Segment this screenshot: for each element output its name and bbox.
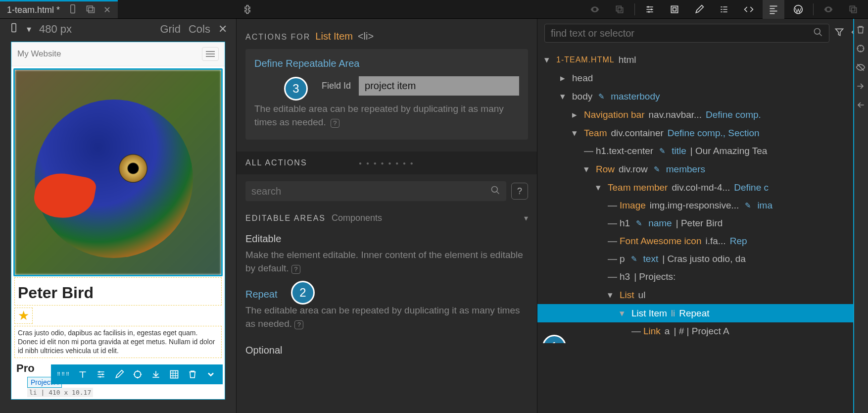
device-chevron-icon[interactable]: ▾ xyxy=(27,24,31,35)
svg-point-21 xyxy=(815,29,820,35)
eye-off-icon[interactable] xyxy=(856,62,867,73)
svg-point-20 xyxy=(492,187,498,193)
svg-rect-4 xyxy=(618,7,623,12)
action-repeat[interactable]: 2 Repeat The editable area can be repeat… xyxy=(237,284,537,339)
chevron-down-icon[interactable]: ▾ xyxy=(524,213,528,223)
grip-icon[interactable]: ⠿⠿⠿ xyxy=(57,371,70,377)
preview-panel: ▾ 480 px Grid Cols ✕ My Website Peter Bi… xyxy=(0,19,237,413)
target-icon[interactable] xyxy=(856,44,867,54)
site-title: My Website xyxy=(17,49,61,59)
close-tab-icon[interactable]: ✕ xyxy=(103,4,111,15)
trash-tool-icon[interactable] xyxy=(186,367,198,382)
target-tool-icon[interactable] xyxy=(131,367,144,382)
cols-toggle[interactable]: Cols xyxy=(189,23,210,36)
trash-icon[interactable] xyxy=(856,25,867,36)
more-tool-icon[interactable] xyxy=(204,367,217,382)
arrow-left-icon[interactable] xyxy=(856,100,867,111)
tree-row[interactable]: —Font Awesome icon i.fa... Rep xyxy=(537,232,868,250)
file-tab-name: 1-team.html * xyxy=(7,5,60,15)
sliders-tool-icon[interactable] xyxy=(95,367,107,382)
code-icon[interactable] xyxy=(738,0,760,19)
search-icon[interactable] xyxy=(813,27,823,39)
svg-rect-18 xyxy=(152,377,159,378)
svg-rect-0 xyxy=(71,4,75,13)
text-tool-icon[interactable] xyxy=(76,367,89,382)
top-bar: 1-team.html * ✕ xyxy=(0,0,868,19)
help-icon[interactable]: ? xyxy=(331,119,339,128)
all-actions-header[interactable]: ALL ACTIONS ● ● ● ● ● ● ● ● xyxy=(237,152,537,174)
editable-areas-group[interactable]: EDITABLE AREAS Components ▾ xyxy=(237,208,537,228)
actions-search-input[interactable] xyxy=(251,186,490,197)
repeatable-title[interactable]: Define Repeatable Area xyxy=(254,58,519,69)
top-toolbar xyxy=(584,0,868,18)
arrow-right-icon[interactable] xyxy=(856,81,867,92)
tree-row[interactable]: ▾Row div.row✎ members xyxy=(537,160,868,178)
tree-root[interactable]: ▾ 1-TEAM.HTML html xyxy=(537,51,868,69)
search-icon[interactable] xyxy=(490,185,500,197)
tree-side-toolbar xyxy=(853,19,868,413)
actions-search[interactable] xyxy=(245,181,506,201)
field-id-input[interactable] xyxy=(359,76,519,96)
tree-row[interactable]: ▾List Item li Repeat xyxy=(537,304,868,322)
tree-row[interactable]: —h3 | Projects: xyxy=(537,268,868,286)
window-icon[interactable] xyxy=(86,4,96,16)
svg-rect-11 xyxy=(850,6,855,11)
help-button[interactable]: ? xyxy=(511,183,528,200)
person-bio[interactable]: Cras justo odio, dapibus ac facilisis in… xyxy=(14,326,222,358)
phone-icon[interactable] xyxy=(9,23,19,36)
plugin-icon[interactable] xyxy=(237,0,258,18)
field-id-label: Field Id xyxy=(322,81,351,91)
help-icon[interactable]: ? xyxy=(291,265,300,274)
list-icon[interactable] xyxy=(713,0,735,19)
svg-rect-19 xyxy=(170,370,178,378)
copy-icon[interactable] xyxy=(609,0,630,19)
insert-tool-icon[interactable] xyxy=(149,367,162,382)
tree-row[interactable]: ▾Team div.container Define comp., Sectio… xyxy=(537,124,868,142)
file-tab[interactable]: 1-team.html * ✕ xyxy=(0,0,118,18)
tree-row[interactable]: ▾Team member div.col-md-4... Define c xyxy=(537,178,868,197)
help-icon[interactable]: ? xyxy=(294,320,303,329)
frame-icon[interactable] xyxy=(664,0,685,19)
eye-icon[interactable] xyxy=(584,0,606,19)
step-badge-2: 2 xyxy=(291,281,315,305)
copy2-icon[interactable] xyxy=(842,0,864,19)
tree-row[interactable]: —p✎ text | Cras justo odio, da xyxy=(537,250,868,268)
svg-point-16 xyxy=(99,376,100,377)
person-name[interactable]: Peter Bird xyxy=(14,277,222,306)
tree-row[interactable]: ▾List ul xyxy=(537,286,868,304)
svg-point-7 xyxy=(648,11,650,12)
grid-toggle[interactable]: Grid xyxy=(160,23,181,36)
brush-tool-icon[interactable] xyxy=(113,367,125,382)
grid-tool-icon[interactable] xyxy=(168,367,180,382)
eye2-icon[interactable] xyxy=(818,0,839,19)
tree-row[interactable]: —Image img.img-responsive...✎ ima xyxy=(537,197,868,214)
svg-rect-3 xyxy=(616,6,621,11)
tree-row[interactable]: —h1✎ name | Peter Bird xyxy=(537,214,868,232)
person-image[interactable] xyxy=(13,68,223,276)
tree-search[interactable] xyxy=(544,24,829,43)
close-preview-icon[interactable]: ✕ xyxy=(218,23,227,36)
action-editable[interactable]: Editable Make the element editable. Inne… xyxy=(237,228,537,284)
tree-search-input[interactable] xyxy=(551,28,813,39)
svg-rect-12 xyxy=(852,7,857,12)
selection-toolbar[interactable]: ⠿⠿⠿ xyxy=(51,364,223,384)
svg-point-6 xyxy=(651,8,652,10)
wordpress-icon[interactable] xyxy=(787,0,809,19)
preview-canvas[interactable]: My Website Peter Bird ★ Cras justo odio,… xyxy=(11,42,225,400)
tree-row[interactable]: ▾body✎ masterbody xyxy=(537,87,868,105)
device-phone-icon[interactable] xyxy=(68,4,78,16)
tree-panel-icon[interactable] xyxy=(763,0,784,19)
tree-row[interactable]: ▸head xyxy=(537,69,868,87)
action-optional[interactable]: Optional xyxy=(237,340,537,369)
filter-icon[interactable] xyxy=(834,27,844,39)
actions-heading: ACTIONS FOR List Item <li> xyxy=(237,19,537,49)
dom-tree[interactable]: ▾ 1-TEAM.HTML html ▸head▾body✎ masterbod… xyxy=(537,48,868,343)
device-bar: ▾ 480 px Grid Cols ✕ xyxy=(0,19,236,40)
star-icon[interactable]: ★ xyxy=(14,308,33,324)
brush-icon[interactable] xyxy=(688,0,710,19)
tree-row[interactable]: —h1.text-center✎ title | Our Amazing Tea xyxy=(537,142,868,160)
tree-row[interactable]: ▸Navigation bar nav.navbar... Define com… xyxy=(537,105,868,124)
hamburger-icon[interactable] xyxy=(202,47,219,61)
tree-row[interactable]: —Link a | # | Project A xyxy=(537,322,868,340)
sliders-icon[interactable] xyxy=(639,0,661,19)
